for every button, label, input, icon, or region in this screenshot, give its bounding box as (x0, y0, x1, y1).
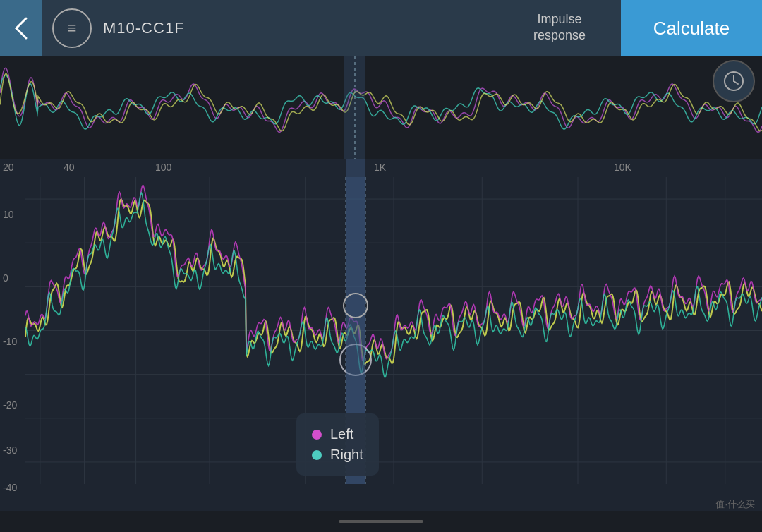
x-label-10k: 10K (614, 162, 631, 173)
back-button[interactable] (0, 0, 42, 56)
cursor-handle[interactable] (343, 293, 368, 318)
y-label-n40: -40 (3, 482, 17, 493)
y-label-n10: -10 (3, 336, 17, 347)
left-color-dot (312, 430, 322, 440)
frequency-chart[interactable]: 10 0 -10 -20 -30 -40 -50 20 40 100 1K 10… (0, 159, 762, 532)
chart-container: 10 0 -10 -20 -30 -40 -50 20 40 100 1K 10… (0, 56, 762, 532)
svg-line-2 (734, 81, 738, 84)
mini-waveform (0, 56, 762, 159)
app-header: ≡ M10-CC1F Impulse response Calculate (0, 0, 762, 56)
y-label-0: 0 (3, 272, 8, 284)
left-label: Left (330, 426, 353, 442)
menu-button[interactable]: ≡ (52, 8, 92, 48)
impulse-response-button[interactable]: Impulse response (512, 0, 607, 56)
x-label-100: 100 (155, 162, 171, 173)
device-name: M10-CC1F (103, 19, 185, 37)
right-color-dot (312, 450, 322, 460)
clock-button[interactable] (713, 60, 755, 102)
watermark: 值·什么买 (715, 498, 755, 511)
legend-item-left: Left (312, 426, 363, 442)
x-label-1k: 1K (374, 162, 386, 173)
y-label-10: 10 (3, 209, 14, 220)
scroll-indicator (339, 520, 423, 523)
legend-item-right: Right (312, 447, 363, 463)
chart-legend: Left Right (296, 413, 379, 476)
x-label-40: 40 (64, 162, 75, 173)
y-label-n20: -20 (3, 399, 17, 411)
x-label-20: 20 (3, 162, 14, 173)
hamburger-icon: ≡ (68, 19, 77, 37)
y-label-n30: -30 (3, 445, 17, 456)
right-label: Right (330, 447, 363, 463)
calculate-button[interactable]: Calculate (621, 0, 762, 56)
bottom-bar (0, 511, 762, 532)
